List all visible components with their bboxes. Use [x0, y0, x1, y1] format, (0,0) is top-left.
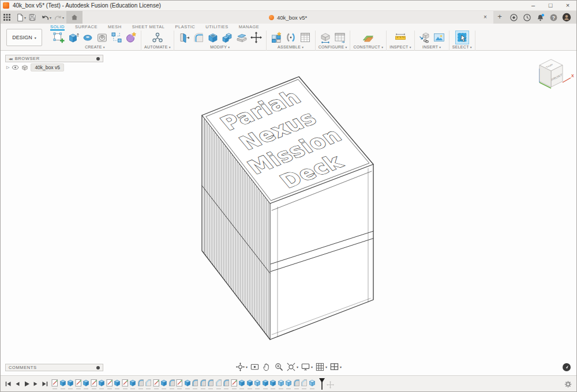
- derive-button[interactable]: [418, 31, 432, 44]
- split-button[interactable]: [235, 31, 249, 44]
- fillet-button[interactable]: [192, 31, 205, 44]
- minimize-button[interactable]: –: [524, 1, 542, 11]
- ribbon-group-label[interactable]: CONSTRUCT▾: [353, 45, 383, 49]
- display-settings-icon[interactable]: ▾: [300, 362, 313, 372]
- job-status-icon[interactable]: [522, 12, 532, 22]
- construct-plane-button[interactable]: [361, 31, 375, 44]
- comments-panel-header[interactable]: COMMENTS: [5, 364, 103, 371]
- extensions-icon[interactable]: [508, 12, 519, 22]
- timeline-feature-extrude-icon[interactable]: [83, 379, 89, 387]
- move-button[interactable]: [249, 31, 263, 44]
- expander-icon[interactable]: ▷: [6, 65, 9, 70]
- redo-caret[interactable]: ▾: [62, 16, 64, 20]
- browser-root-item[interactable]: ▷ 40k_box v5: [6, 63, 64, 71]
- close-button[interactable]: ×: [559, 1, 576, 11]
- component-name[interactable]: 40k_box v5: [31, 63, 63, 71]
- help-icon[interactable]: ?: [548, 12, 559, 22]
- notifications-icon[interactable]: [535, 12, 545, 22]
- app-grid-icon[interactable]: [1, 11, 13, 24]
- workspace-selector[interactable]: DESIGN▾: [6, 29, 42, 46]
- press-pull-button[interactable]: [177, 31, 191, 44]
- ribbon-group-label[interactable]: MODIFY▾: [210, 45, 230, 49]
- extrude-button[interactable]: [66, 31, 80, 44]
- timeline-feature-extrude-icon[interactable]: [129, 379, 136, 387]
- skip-to-end-icon[interactable]: [41, 380, 48, 387]
- tab-close-icon[interactable]: ×: [481, 11, 490, 24]
- skip-to-start-icon[interactable]: [4, 380, 12, 387]
- timeline-playhead[interactable]: [319, 378, 325, 392]
- dropdown-caret-icon[interactable]: ▾: [340, 365, 342, 369]
- ribbon-group-label[interactable]: SELECT▾: [452, 45, 472, 49]
- form-button[interactable]: [124, 31, 138, 44]
- timeline-feature-chamfer-icon[interactable]: [215, 379, 222, 387]
- zoom-icon[interactable]: [273, 362, 284, 372]
- new-tab-button[interactable]: +: [493, 11, 506, 24]
- timeline-feature-box-icon[interactable]: [278, 379, 284, 387]
- document-tab[interactable]: 40k_box v5* ×: [83, 11, 493, 24]
- timeline-feature-extrude-icon[interactable]: [184, 379, 191, 387]
- timeline-feature-fillet-icon[interactable]: [168, 379, 175, 387]
- timeline-feature-chamfer-icon[interactable]: [145, 379, 152, 387]
- select-button[interactable]: [455, 31, 469, 44]
- comments-options-icon[interactable]: [96, 366, 100, 370]
- ribbon-group-label[interactable]: AUTOMATE▾: [144, 45, 171, 49]
- viewports-icon[interactable]: ▾: [329, 362, 342, 372]
- timeline-feature-fillet-icon[interactable]: [192, 379, 198, 387]
- revolve-button[interactable]: [81, 31, 95, 44]
- timeline-feature-fillet-icon[interactable]: [200, 379, 207, 387]
- timeline-feature-fillet-icon[interactable]: [293, 379, 300, 387]
- grid-settings-icon[interactable]: ▾: [314, 362, 328, 372]
- viewport[interactable]: Pariah Nexus Mission Deck Z X TOP FRONT …: [1, 51, 576, 375]
- timeline-feature-sketch-icon[interactable]: [122, 379, 129, 387]
- timeline-feature-extrude-icon[interactable]: [59, 379, 66, 387]
- timeline-feature-sketch-icon[interactable]: [231, 379, 238, 387]
- view-cube[interactable]: Z X TOP FRONT: [529, 54, 575, 100]
- timeline-feature-sketch-icon[interactable]: [153, 379, 160, 387]
- configure-block-button[interactable]: [319, 31, 332, 44]
- timeline-feature-box-icon[interactable]: [285, 379, 292, 387]
- timeline-feature-sketch-icon[interactable]: [176, 379, 183, 387]
- timeline-feature-extrude-icon[interactable]: [98, 379, 105, 387]
- home-tab[interactable]: [66, 11, 83, 24]
- ribbon-group-label[interactable]: INSPECT▾: [389, 45, 411, 49]
- shell-button[interactable]: [206, 31, 220, 44]
- collapse-arrows-icon[interactable]: ◀◀: [9, 57, 12, 61]
- step-back-icon[interactable]: [13, 380, 21, 387]
- create-sketch-button[interactable]: [52, 31, 66, 44]
- timeline-feature-extrude-icon[interactable]: [160, 379, 167, 387]
- pan-icon[interactable]: [261, 362, 272, 372]
- dropdown-caret-icon[interactable]: ▾: [325, 365, 327, 369]
- dropdown-caret-icon[interactable]: ▾: [297, 365, 298, 369]
- look-at-icon[interactable]: [249, 362, 260, 372]
- bom-table-button[interactable]: [298, 31, 312, 44]
- ribbon-group-label[interactable]: CONFIGURE▾: [319, 45, 347, 49]
- measure-button[interactable]: [394, 31, 407, 44]
- timeline-feature-extrude-icon[interactable]: [262, 379, 269, 387]
- ribbon-tab-manage[interactable]: MANAGE: [239, 24, 260, 31]
- step-forward-icon[interactable]: [32, 380, 39, 387]
- timeline-feature-extrude-icon[interactable]: [246, 379, 253, 387]
- combine-button[interactable]: [220, 31, 234, 44]
- timeline-feature-extrude-icon[interactable]: [67, 379, 74, 387]
- configure-table-button[interactable]: [333, 31, 347, 44]
- ribbon-tab-utilities[interactable]: UTILITIES: [205, 24, 228, 31]
- automate-button[interactable]: [151, 31, 164, 44]
- timeline-feature-fillet-icon[interactable]: [137, 379, 144, 387]
- canvas-image-button[interactable]: [432, 31, 446, 44]
- hole-button[interactable]: [95, 31, 109, 44]
- play-icon[interactable]: [23, 380, 30, 387]
- timeline-feature-fillet-icon[interactable]: [223, 379, 230, 387]
- joint-button[interactable]: [284, 31, 298, 44]
- ribbon-tab-surface[interactable]: SURFACE: [75, 24, 98, 31]
- timeline-feature-box-icon[interactable]: [309, 379, 316, 387]
- timeline-feature-chamfer-icon[interactable]: [301, 379, 308, 387]
- ribbon-tab-sheet-metal[interactable]: SHEET METAL: [132, 24, 165, 31]
- ribbon-tab-mesh[interactable]: MESH: [108, 24, 122, 31]
- timeline-feature-sketch-icon[interactable]: [51, 379, 58, 387]
- ribbon-tab-solid[interactable]: SOLID: [50, 24, 65, 31]
- ribbon-group-label[interactable]: CREATE▾: [85, 45, 105, 49]
- orbit-icon[interactable]: ▾: [235, 362, 248, 372]
- browser-panel-header[interactable]: ◀◀ BROWSER: [5, 55, 103, 62]
- timeline-settings-gear-icon[interactable]: [564, 380, 572, 390]
- timeline-feature-extrude-icon[interactable]: [238, 379, 245, 387]
